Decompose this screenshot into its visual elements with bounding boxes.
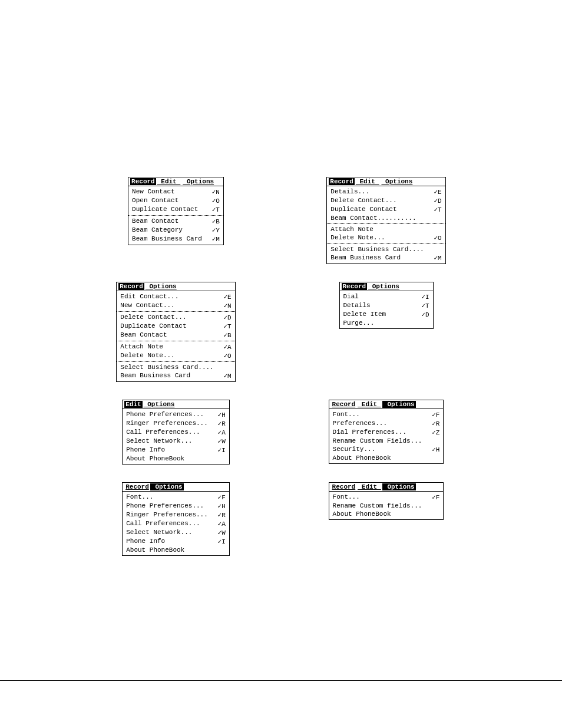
list-item[interactable]: Select Network... ✓W [123,437,229,446]
list-item[interactable]: Ringer Preferences... ✓R [123,419,229,428]
menu-box-options-3: Record Edit Options Font... ✓F Rename Cu… [329,482,444,520]
list-item[interactable]: Call Preferences... ✓A [123,428,229,437]
list-item[interactable]: Beam Business Card ✓M [327,253,445,262]
list-item[interactable]: Phone Info ✓I [123,537,229,546]
about-phonebook-item-2[interactable]: About PhoneBook [329,510,444,518]
menu-separator [327,243,445,244]
menu-col-6: Record Edit Options Font... ✓F Preferenc… [293,400,480,465]
menu-col-5: Edit Options Phone Preferences... ✓H Rin… [82,400,269,465]
list-item[interactable]: Preferences... ✓R [329,419,444,428]
list-item[interactable]: Delete Note... ✓O [117,351,234,360]
list-item[interactable]: Select Business Card.... [327,245,445,253]
menu-box-record-2: Record Edit Options Details... ✓E Delete… [326,177,445,264]
menu-title-options-2[interactable]: Options [381,178,414,185]
list-item[interactable]: Delete Contact... ✓D [117,313,234,322]
list-item[interactable]: Phone Info ✓I [123,446,229,454]
list-item[interactable]: Attach Note ✓A [117,342,234,351]
menu-title-edit-1[interactable]: Edit [156,178,182,185]
menu-separator [327,223,445,224]
menu-box-record-3: Record Options Edit Contact... ✓E New Co… [116,282,235,382]
menu-box-edit-1: Edit Options Phone Preferences... ✓H Rin… [122,400,230,465]
menu-box-record-1: Record Edit Options New Contact ✓N Open … [128,177,224,245]
bottom-divider [0,680,562,681]
menu-title-options-3[interactable]: Options [144,283,178,290]
list-item[interactable]: Purge... [340,319,433,327]
menu-header-6: Record Edit Options [329,400,444,409]
menu-title-edit-6[interactable]: Edit [356,401,382,408]
menu-col-3: Record Options Edit Contact... ✓E New Co… [82,282,269,382]
list-item[interactable]: Rename Custom Fields... [329,437,444,445]
menu-title-edit-2[interactable]: Edit [355,178,381,185]
menu-separator [117,361,234,362]
page-container: Record Edit Options New Contact ✓N Open … [0,0,562,728]
menu-title-record-4[interactable]: Record [342,283,368,290]
list-item[interactable]: Beam Category ✓Y [128,226,223,235]
list-item[interactable]: Select Network... ✓W [123,528,229,537]
list-item[interactable]: Rename Custom fields... [329,502,444,510]
menu-title-options-1[interactable]: Options [181,178,215,185]
menu-title-record-7[interactable]: Record [124,483,150,490]
menu-header-3: Record Options [117,282,234,291]
menu-header-4: Record Options [340,282,433,291]
list-item[interactable]: Beam Business Card ✓M [117,371,234,380]
list-item[interactable]: Beam Business Card ✓M [128,235,223,243]
list-item[interactable]: Details ✓T [340,301,433,310]
menu-title-record-3[interactable]: Record [118,283,144,290]
menu-title-options-6[interactable]: Options [382,401,416,408]
list-item[interactable]: Dial ✓I [340,292,433,301]
list-item[interactable]: Select Business Card.... [117,363,234,371]
list-item[interactable]: Duplicate Contact ✓T [117,322,234,331]
list-item[interactable]: Font... ✓F [123,493,229,502]
list-item[interactable]: Delete Note... ✓O [327,233,445,242]
list-item[interactable]: Details... ✓E [327,187,445,196]
list-item[interactable]: Font... ✓F [329,410,444,419]
list-item[interactable]: Dial Preferences... ✓Z [329,428,444,437]
menu-title-record-8[interactable]: Record [331,483,357,490]
menu-separator [128,215,223,216]
menu-separator [117,341,234,341]
list-item[interactable]: Font... ✓F [329,493,444,502]
menu-title-edit-8[interactable]: Edit [356,483,382,490]
list-item[interactable]: About PhoneBook [123,546,229,554]
list-item[interactable]: New Contact... ✓N [117,301,234,310]
menu-items-3: Edit Contact... ✓E New Contact... ✓N Del… [117,291,234,381]
menu-title-record-6[interactable]: Record [331,401,357,408]
list-item[interactable]: Phone Preferences... ✓H [123,502,229,510]
list-item[interactable]: Duplicate Contact ✓T [327,205,445,214]
list-item[interactable]: Ringer Preferences... ✓R [123,510,229,519]
menu-title-options-5[interactable]: Options [143,401,176,408]
menu-items-4: Dial ✓I Details ✓T Delete Item ✓D Purge.… [340,291,433,328]
list-item[interactable]: Beam Contact ✓B [117,331,234,340]
menu-title-options-7[interactable]: Options [150,483,184,490]
list-item[interactable]: Delete Contact... ✓D [327,196,445,205]
list-item[interactable]: Attach Note [327,225,445,233]
menu-box-record-4: Record Options Dial ✓I Details ✓T Delete… [339,282,434,329]
list-item[interactable]: Edit Contact... ✓E [117,292,234,301]
about-phonebook-item[interactable]: About PhoneBook [329,454,444,462]
menu-box-options-2: Record Options Font... ✓F Phone Preferen… [122,482,230,556]
menu-col-4: Record Options Dial ✓I Details ✓T Delete… [293,282,480,382]
list-item[interactable]: Delete Item ✓D [340,310,433,319]
list-item[interactable]: Security... ✓H [329,445,444,454]
menu-title-record-1[interactable]: Record [130,178,156,185]
list-item[interactable]: Duplicate Contact ✓T [128,205,223,214]
menu-col-2: Record Edit Options Details... ✓E Delete… [293,177,480,264]
list-item[interactable]: About PhoneBook [123,454,229,463]
menu-header-8: Record Edit Options [329,483,444,492]
menu-header-5: Edit Options [123,400,229,409]
menu-title-edit-5[interactable]: Edit [124,401,142,408]
list-item[interactable]: New Contact ✓N [128,187,223,196]
menu-col-8: Record Edit Options Font... ✓F Rename Cu… [293,482,480,556]
menus-grid: Record Edit Options New Contact ✓N Open … [12,12,550,603]
menu-title-options-4[interactable]: Options [367,283,401,290]
list-item[interactable]: Call Preferences... ✓A [123,519,229,528]
menu-title-options-8[interactable]: Options [382,483,416,490]
list-item[interactable]: Open Contact ✓O [128,196,223,205]
menu-items-6: Font... ✓F Preferences... ✓R Dial Prefer… [329,409,444,463]
list-item[interactable]: Phone Preferences... ✓H [123,410,229,419]
list-item[interactable]: Beam Contact.......... [327,214,445,222]
menu-title-record-2[interactable]: Record [329,178,355,185]
menu-items-7: Font... ✓F Phone Preferences... ✓H Ringe… [123,492,229,555]
menu-col-1: Record Edit Options New Contact ✓N Open … [82,177,269,264]
list-item[interactable]: Beam Contact ✓B [128,217,223,226]
